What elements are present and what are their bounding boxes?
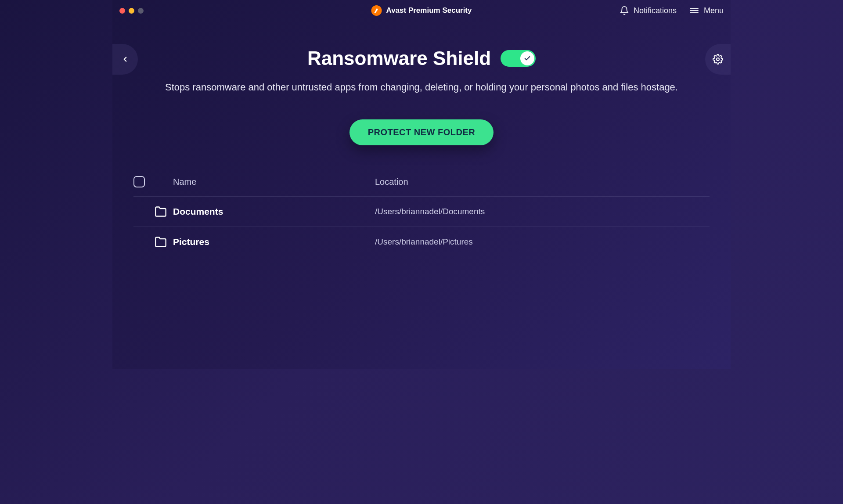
select-all-checkbox[interactable] (133, 176, 145, 187)
bell-icon (620, 6, 629, 15)
titlebar: Avast Premium Security Notifications Men… (112, 0, 731, 21)
folder-icon (155, 237, 167, 247)
chevron-left-icon (121, 55, 129, 63)
app-title: Avast Premium Security (386, 6, 472, 15)
notifications-label: Notifications (634, 6, 677, 15)
page-description: Stops ransomware and other untrusted app… (112, 82, 731, 93)
shield-toggle[interactable] (501, 50, 536, 67)
protect-new-folder-button[interactable]: PROTECT NEW FOLDER (349, 119, 494, 145)
folder-icon (155, 206, 167, 217)
app-title-wrap: Avast Premium Security (371, 5, 472, 16)
minimize-window-button[interactable] (129, 8, 134, 14)
hamburger-icon (689, 5, 699, 16)
gear-icon (713, 54, 723, 65)
svg-point-3 (717, 58, 719, 61)
header-name: Name (173, 177, 375, 187)
check-icon (524, 55, 531, 62)
row-name: Documents (173, 206, 223, 217)
table-header: Name Location (133, 176, 710, 196)
row-name: Pictures (173, 237, 209, 247)
maximize-window-button[interactable] (138, 8, 144, 14)
row-location: /Users/briannadel/Documents (375, 207, 710, 216)
topbar-right: Notifications Menu (620, 5, 724, 16)
table-row[interactable]: Pictures /Users/briannadel/Pictures (133, 227, 710, 257)
menu-label: Menu (704, 6, 724, 15)
page-title: Ransomware Shield (307, 47, 491, 69)
header-location: Location (375, 177, 710, 187)
protected-folders-table: Name Location Documents /Users/briannade… (133, 176, 710, 257)
toggle-knob (520, 51, 534, 65)
app-window: Avast Premium Security Notifications Men… (112, 0, 731, 369)
close-window-button[interactable] (119, 8, 125, 14)
avast-logo-icon (371, 5, 382, 16)
menu-button[interactable]: Menu (689, 5, 724, 16)
title-row: Ransomware Shield (112, 47, 731, 69)
notifications-button[interactable]: Notifications (620, 6, 677, 15)
window-controls (119, 8, 144, 14)
table-end-divider (133, 257, 710, 257)
row-location: /Users/briannadel/Pictures (375, 237, 710, 247)
table-row[interactable]: Documents /Users/briannadel/Documents (133, 196, 710, 227)
main-content: Ransomware Shield Stops ransomware and o… (112, 21, 731, 257)
